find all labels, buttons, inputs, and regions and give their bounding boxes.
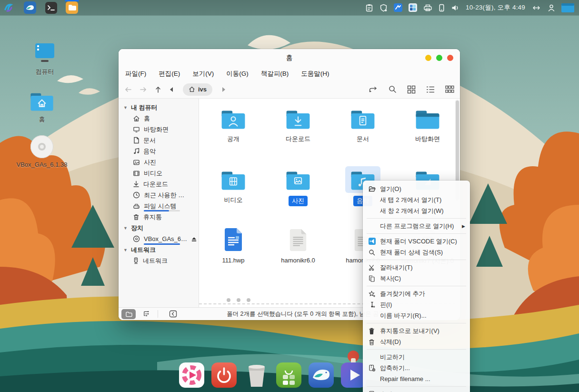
menu-item-open[interactable]: 열기(O) [363,183,470,194]
terminal-icon [45,2,57,14]
file-item-pictures[interactable]: 사진 [270,166,327,206]
window-titlebar[interactable]: 홈 [119,49,460,67]
breadcrumb-left-arrow[interactable] [169,87,173,92]
minimize-button[interactable] [425,55,431,61]
menu-item-compare[interactable]: 비교하기 [363,352,470,362]
sidebar-item-downloads[interactable]: 다운로드 [119,179,199,190]
sidebar-item-home[interactable]: 홈 [119,113,199,124]
desktop-icon-computer[interactable]: 컴퓨터 [3,42,87,76]
trash-bin-icon [246,363,268,388]
dock-software-center[interactable] [276,362,301,388]
clipboard-icon[interactable] [365,4,373,12]
sidebar-item-vbox-disc[interactable]: VBox_GAs_6… [119,233,199,244]
menu-item-open-new-windows[interactable]: 새 창 2 개에서 열기(W) [363,205,470,216]
menu-item-cut[interactable]: 잘라내기(T) [363,262,470,273]
sidebar-item-label: 사진 [144,158,156,167]
sidebar-item-label: VBox_GAs_6… [144,235,187,242]
list-view-button[interactable] [426,86,435,93]
menu-item-search-folder[interactable]: 현재 폴더 상세 검색(S) [363,247,470,258]
menu-bookmarks[interactable]: 책갈피(B) [261,70,289,78]
menu-item-repair-filename[interactable]: Repair filename ... [363,373,470,384]
menu-item-move-to-trash[interactable]: 휴지통으로 보내기(V) [363,325,470,336]
terminal-app-button[interactable] [45,1,57,14]
menu-help[interactable]: 도움말(H) [301,70,329,78]
sidebar-section-computer[interactable]: ▼ 내 컴퓨터 [119,102,199,113]
volume-icon[interactable] [451,4,459,12]
file-item-hamonikr6[interactable]: hamonikr6.0 [270,224,327,264]
file-name: 공개 [227,135,240,143]
sidebar-item-network[interactable]: 네트워크 [119,255,199,266]
search-icon[interactable] [389,85,397,93]
menu-item-compress[interactable]: 압축하기... [363,362,470,373]
clock[interactable]: 10-23(월), 오후 4:49 [466,3,525,12]
up-button[interactable] [155,86,161,93]
maximize-button[interactable] [436,55,442,61]
icon-view-button[interactable] [407,85,416,94]
file-item-downloads[interactable]: 다운로드 [270,105,327,143]
window-controls [425,55,453,61]
workspace-icon[interactable] [561,3,574,12]
menu-item-open-new-tabs[interactable]: 새 탭 2 개에서 열기(T) [363,194,470,205]
ime-korean-icon[interactable] [394,3,402,12]
desktop-icon-vbox-cd[interactable]: VBox_GAs_6.1.38 [0,134,84,168]
folder-desktop-icon [414,109,441,131]
submenu-arrow-icon: ▶ [462,224,465,229]
menu-item-rename[interactable]: 이름 바꾸기(R)... [363,310,470,321]
file-item-111hwp[interactable]: 111.hwp [205,224,262,264]
dock-power[interactable] [211,362,237,388]
desktop-icon-home[interactable]: 홈 [0,90,84,124]
user-icon[interactable] [548,4,555,12]
hamonikr-menu-button[interactable] [3,1,15,14]
sidebar-item-music[interactable]: 음악 [119,146,199,157]
sidebar-item-filesystem[interactable]: 파일 시스템 [119,201,199,211]
close-button[interactable] [447,55,453,61]
menu-view[interactable]: 보기(V) [192,70,214,78]
menu-item-pin[interactable]: 핀(I) [363,299,470,310]
pin-plus-icon [369,302,380,308]
menu-item-open-vscode[interactable]: 현재 폴더 VSCODE 열기(C) [363,236,470,247]
back-button[interactable] [124,86,132,93]
folder-pictures-icon [284,170,312,192]
menu-separator [363,347,470,352]
breadcrumb-right-arrow[interactable] [222,87,226,92]
sidebar-item-recent[interactable]: 최근 사용한 … [119,190,199,201]
menu-go[interactable]: 이동(G) [226,70,249,78]
resize-arrows-icon[interactable] [531,4,541,11]
shield-icon[interactable] [379,4,388,12]
sidebar-section-devices[interactable]: ▼ 장치 [119,222,199,233]
removable-device-icon[interactable] [439,4,445,12]
breadcrumb[interactable]: ivs [183,83,212,96]
printer-icon[interactable] [423,4,432,12]
file-item-documents[interactable]: 문서 [334,105,391,143]
file-item-videos[interactable]: 비디오 [205,166,262,204]
sidebar-item-pictures[interactable]: 사진 [119,157,199,168]
places-toggle-button[interactable] [121,309,136,319]
eject-icon[interactable] [191,236,197,242]
menu-item-copy[interactable]: 복사(C) [363,273,470,284]
treeview-toggle-button[interactable] [139,309,153,319]
menu-edit[interactable]: 편집(E) [159,70,180,78]
dock-whale-browser[interactable] [309,362,334,388]
sidebar-item-documents[interactable]: 문서 [119,135,199,146]
folder-videos-icon [220,170,247,192]
file-item-desktop[interactable]: 바탕화면 [399,105,456,143]
toggle-location-bar-icon[interactable] [369,86,378,93]
sidebar-item-videos[interactable]: 비디오 [119,168,199,179]
menu-file[interactable]: 파일(F) [125,70,146,78]
compact-view-button[interactable] [445,85,454,93]
file-item-public[interactable]: 공개 [205,105,262,143]
menu-item-open-with[interactable]: 다른 프로그램으로 열기(H) ▶ [363,221,470,231]
forward-button[interactable] [140,86,147,93]
sidebar-item-desktop[interactable]: 바탕화면 [119,124,199,135]
whale-app-button[interactable] [24,1,36,14]
menu-item-add-favorite[interactable]: 즐겨찾기에 추가 [363,288,470,299]
menu-item-properties[interactable]: 속성(P) [363,389,470,392]
sidebar-item-trash[interactable]: 휴지통 [119,211,199,222]
menu-item-delete[interactable]: 삭제(D) [363,336,470,347]
files-app-button[interactable] [66,1,78,14]
dock-trash[interactable] [244,362,269,388]
dock-media-suite[interactable] [179,362,204,388]
sidebar-section-network[interactable]: ▼ 네트워크 [119,244,199,255]
collapse-sidebar-button[interactable] [166,309,180,319]
screenshot-app-icon[interactable] [409,3,417,12]
